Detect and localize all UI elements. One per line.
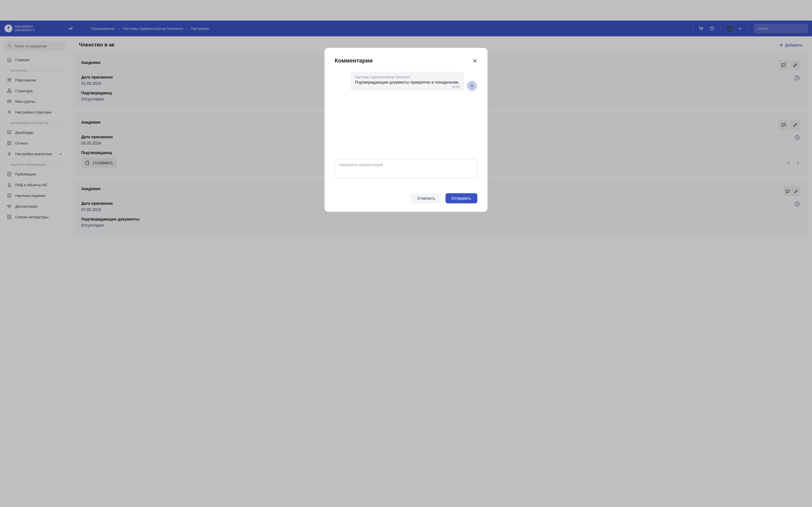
submit-button[interactable]: Отправить	[446, 193, 477, 203]
modal-title: Комментарии	[335, 57, 373, 64]
comments-modal: Комментарии Системы Администратор Sechen…	[324, 48, 488, 212]
svg-rect-52	[471, 86, 472, 87]
comment-time: 19:59	[355, 85, 459, 89]
comment-message: Системы Администратор Sechenov Подтвержд…	[335, 72, 477, 91]
close-icon	[472, 58, 477, 63]
comment-author: Системы Администратор Sechenov	[355, 75, 459, 79]
close-button[interactable]	[472, 58, 477, 63]
comment-avatar	[467, 80, 477, 91]
comment-input[interactable]	[335, 159, 477, 178]
cancel-button[interactable]: Отменить	[411, 193, 442, 203]
comment-text: Подтверждающие документы прикреплю в пон…	[355, 80, 459, 84]
modal-overlay[interactable]: Комментарии Системы Администратор Sechen…	[0, 0, 812, 507]
